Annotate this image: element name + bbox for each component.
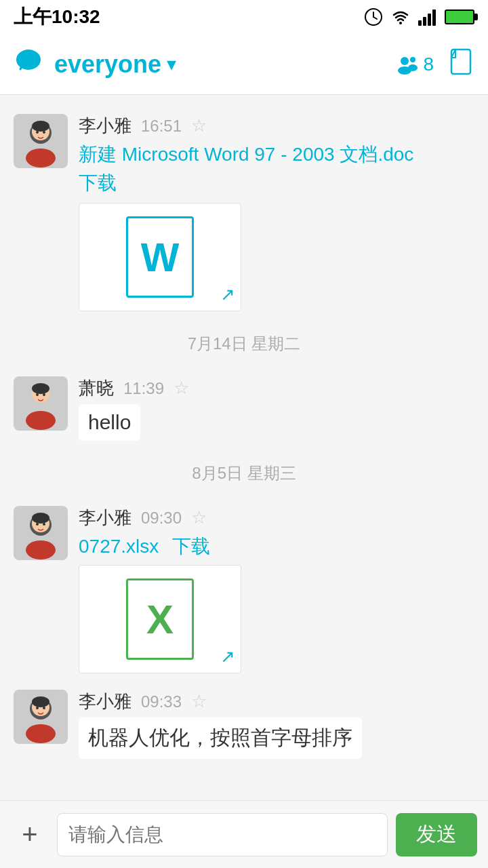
sender-name: 李小雅 (79, 690, 131, 713)
clock-icon (363, 7, 384, 27)
svg-rect-7 (432, 9, 436, 26)
sender-name: 李小雅 (79, 114, 131, 138)
text-message: hello (79, 404, 140, 441)
avatar-image (14, 114, 68, 168)
svg-point-32 (32, 513, 49, 524)
date-divider: 7月14日 星期二 (0, 319, 488, 368)
svg-rect-4 (418, 20, 422, 26)
file-preview[interactable]: W ↗ (79, 203, 241, 311)
avatar (14, 506, 68, 560)
message-content: 萧晓 11:39 ☆ hello (79, 376, 474, 441)
svg-point-40 (36, 707, 39, 709)
chat-area: 李小雅 16:51 ☆ 新建 Microsoft Word 97 - 2003 … (0, 95, 488, 821)
group-name: everyone (54, 50, 161, 79)
member-count: 8 (423, 54, 434, 75)
svg-point-30 (26, 540, 56, 559)
svg-rect-6 (428, 14, 431, 26)
date-divider: 8月5日 星期三 (0, 449, 488, 498)
message-content: 李小雅 16:51 ☆ 新建 Microsoft Word 97 - 2003 … (79, 114, 474, 311)
nav-right-icons: 8 (396, 48, 474, 81)
bottom-bar: + 发送 (0, 800, 488, 868)
message-time: 11:39 (123, 379, 164, 398)
message-row: 李小雅 16:51 ☆ 新建 Microsoft Word 97 - 2003 … (0, 106, 488, 319)
svg-point-3 (399, 22, 402, 24)
message-row: 萧晓 11:39 ☆ hello (0, 368, 488, 449)
star-icon[interactable]: ☆ (191, 507, 207, 528)
wifi-icon (390, 7, 411, 27)
message-content: 李小雅 09:33 ☆ 机器人优化，按照首字母排序 (79, 690, 474, 759)
battery-icon (445, 9, 474, 24)
svg-point-19 (32, 121, 49, 132)
svg-point-37 (26, 724, 56, 743)
svg-point-41 (43, 707, 45, 709)
star-icon[interactable]: ☆ (174, 378, 189, 399)
open-external-icon[interactable]: ↗ (220, 284, 235, 305)
plus-button[interactable]: + (11, 816, 49, 854)
svg-rect-5 (423, 17, 426, 26)
open-external-icon[interactable]: ↗ (220, 646, 235, 667)
svg-line-2 (373, 17, 377, 19)
avatar-image (14, 376, 68, 431)
document-button[interactable] (450, 48, 474, 81)
status-bar: 上午10:32 (0, 0, 488, 34)
message-input[interactable] (57, 813, 388, 856)
avatar (14, 376, 68, 431)
avatar-image (14, 506, 68, 560)
status-time: 上午10:32 (14, 4, 100, 30)
message-row: 李小雅 09:30 ☆ 0727.xlsx 下载 X ↗ (0, 498, 488, 682)
message-header: 李小雅 09:33 ☆ (79, 690, 474, 713)
svg-point-9 (401, 57, 409, 65)
svg-point-26 (36, 393, 39, 396)
file-link[interactable]: 新建 Microsoft Word 97 - 2003 文档.doc (79, 142, 474, 167)
svg-point-11 (410, 57, 415, 62)
svg-point-8 (16, 50, 41, 70)
svg-point-33 (36, 523, 39, 526)
svg-point-21 (43, 131, 45, 134)
sender-name: 萧晓 (79, 376, 114, 400)
message-time: 16:51 (141, 117, 182, 136)
members-button[interactable]: 8 (396, 53, 434, 76)
file-link[interactable]: 0727.xlsx (79, 536, 159, 557)
svg-point-23 (26, 411, 56, 430)
download-link[interactable]: 下载 (172, 534, 210, 559)
message-header: 萧晓 11:39 ☆ (79, 376, 474, 400)
nav-title[interactable]: everyone ▾ (54, 50, 396, 79)
members-icon (396, 53, 419, 76)
word-file-icon: W (126, 216, 194, 298)
avatar (14, 114, 68, 168)
svg-point-34 (43, 523, 45, 526)
download-link[interactable]: 下载 (79, 170, 117, 196)
svg-point-39 (32, 696, 49, 707)
excel-file-icon: X (126, 578, 194, 660)
svg-point-12 (408, 64, 418, 71)
document-icon (450, 48, 474, 75)
star-icon[interactable]: ☆ (191, 115, 207, 136)
nav-bar: everyone ▾ 8 (0, 34, 488, 95)
send-button[interactable]: 发送 (396, 813, 477, 856)
message-time: 09:33 (141, 692, 182, 711)
text-message: 机器人优化，按照首字母排序 (79, 717, 362, 759)
chat-bubble-icon (14, 46, 43, 83)
svg-point-25 (32, 383, 49, 394)
message-header: 李小雅 16:51 ☆ (79, 114, 474, 138)
svg-point-20 (36, 131, 39, 134)
avatar-image (14, 690, 68, 744)
file-preview[interactable]: X ↗ (79, 565, 241, 673)
avatar (14, 690, 68, 744)
sender-name: 李小雅 (79, 506, 131, 530)
svg-point-27 (43, 393, 45, 396)
message-content: 李小雅 09:30 ☆ 0727.xlsx 下载 X ↗ (79, 506, 474, 673)
message-header: 李小雅 09:30 ☆ (79, 506, 474, 530)
svg-point-17 (26, 149, 56, 167)
chevron-down-icon: ▾ (167, 53, 176, 75)
message-row: 李小雅 09:33 ☆ 机器人优化，按照首字母排序 (0, 682, 488, 767)
signal-icon (418, 7, 438, 27)
message-time: 09:30 (141, 509, 182, 528)
star-icon[interactable]: ☆ (191, 691, 207, 712)
status-icons (363, 7, 474, 27)
